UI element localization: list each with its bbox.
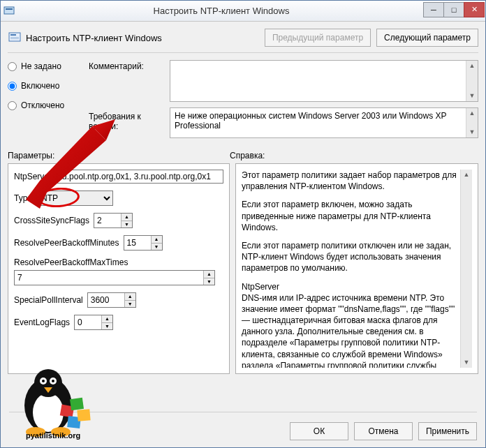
- resolvepeerbackoffmaxtimes-label: ResolvePeerBackoffMaxTimes: [14, 257, 128, 267]
- close-button[interactable]: ✕: [464, 2, 485, 17]
- radio-disabled[interactable]: Отключено: [8, 100, 84, 110]
- options-label: Параметры:: [8, 151, 230, 160]
- maximize-button[interactable]: □: [443, 2, 464, 17]
- spin-up-icon[interactable]: ▲: [122, 214, 132, 221]
- svg-rect-3: [10, 34, 16, 36]
- ntpserver-input[interactable]: [56, 170, 223, 184]
- crosssitesyncflags-spinner[interactable]: ▲▼: [94, 213, 133, 228]
- minimize-button[interactable]: ─: [423, 2, 444, 17]
- radio-enabled[interactable]: Включено: [8, 81, 84, 91]
- svg-rect-5: [10, 38, 19, 39]
- dialog-window: Настроить NTP-клиент Windows ─ □ ✕ Настр…: [0, 0, 486, 448]
- specialpollinterval-spinner[interactable]: ▲▼: [87, 292, 136, 308]
- state-radio-group: Не задано Включено Отключено: [8, 60, 84, 138]
- page-title: Настроить NTP-клиент Windows: [26, 33, 265, 43]
- divider: [9, 412, 477, 412]
- eventlogflags-label: EventLogFlags: [14, 318, 70, 327]
- spin-up-icon[interactable]: ▲: [125, 293, 135, 301]
- eventlogflags-spinner[interactable]: ▲▼: [74, 315, 113, 330]
- comment-label: Комментарий:: [89, 61, 165, 71]
- app-icon: [3, 6, 15, 17]
- cancel-button[interactable]: Отмена: [354, 422, 413, 440]
- svg-rect-0: [4, 7, 14, 14]
- help-panel: Этот параметр политики задает набор пара…: [235, 163, 478, 374]
- requirements-label: Требования к версии:: [89, 112, 165, 131]
- resolvepeerbackoffminutes-label: ResolvePeerBackoffMinutes: [14, 238, 119, 248]
- type-label: Type: [14, 193, 32, 203]
- titlebar: Настроить NTP-клиент Windows ─ □ ✕: [1, 1, 485, 22]
- ok-button[interactable]: ОК: [290, 422, 348, 440]
- previous-setting-button[interactable]: Предыдущий параметр: [265, 29, 371, 47]
- spin-up-icon[interactable]: ▲: [102, 315, 112, 323]
- comment-textarea[interactable]: ▲▼: [170, 60, 478, 102]
- svg-rect-4: [10, 37, 19, 38]
- svg-rect-1: [6, 8, 13, 10]
- scrollbar[interactable]: ▲▼: [466, 108, 478, 137]
- spin-down-icon[interactable]: ▼: [204, 278, 214, 285]
- divider: [8, 52, 478, 53]
- window-title: Настроить NTP-клиент Windows: [19, 6, 424, 16]
- scrollbar[interactable]: ▲▼: [460, 170, 472, 368]
- type-select[interactable]: NTP: [36, 191, 113, 206]
- spin-up-icon[interactable]: ▲: [152, 236, 162, 244]
- options-panel: NtpServer Type NTP CrossSiteSyncFlags ▲▼: [8, 163, 230, 374]
- spin-down-icon[interactable]: ▼: [152, 244, 162, 251]
- radio-not-configured[interactable]: Не задано: [8, 61, 84, 71]
- spin-down-icon[interactable]: ▼: [102, 323, 112, 330]
- help-text: Этот параметр политики задает набор пара…: [242, 170, 460, 368]
- spin-down-icon[interactable]: ▼: [125, 301, 135, 308]
- specialpollinterval-label: SpecialPollInterval: [14, 295, 83, 305]
- resolvepeerbackoffmaxtimes-spinner[interactable]: ▲▼: [14, 270, 215, 285]
- apply-button[interactable]: Применить: [418, 422, 477, 440]
- resolvepeerbackoffminutes-spinner[interactable]: ▲▼: [124, 235, 163, 251]
- requirements-textarea: Не ниже операционных систем Windows Serv…: [170, 107, 478, 138]
- policy-icon: [8, 31, 22, 45]
- help-label: Справка:: [230, 151, 265, 160]
- ntpserver-label: NtpServer: [14, 172, 52, 181]
- spin-down-icon[interactable]: ▼: [122, 221, 132, 228]
- scrollbar[interactable]: ▲▼: [466, 61, 478, 101]
- spin-up-icon[interactable]: ▲: [204, 271, 214, 278]
- next-setting-button[interactable]: Следующий параметр: [376, 29, 478, 47]
- crosssitesyncflags-label: CrossSiteSyncFlags: [14, 216, 89, 225]
